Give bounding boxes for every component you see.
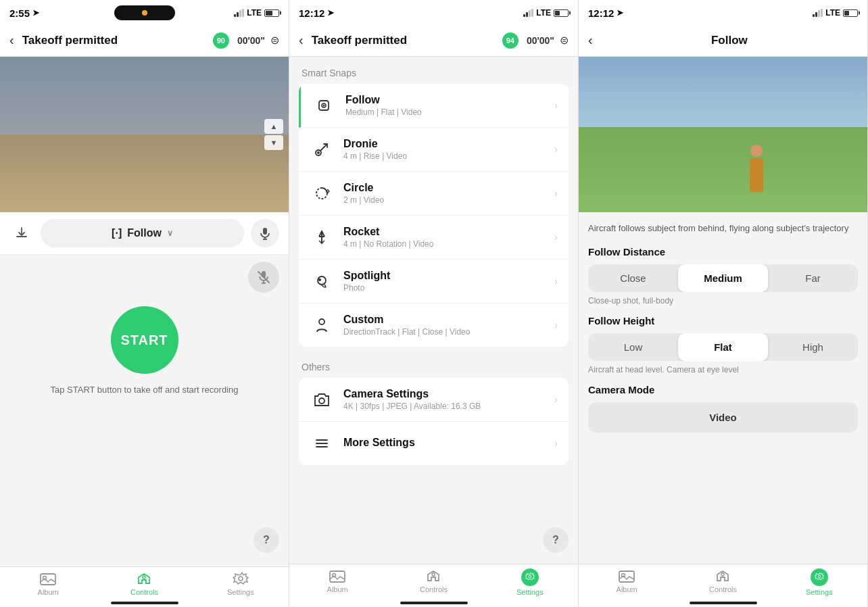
voice-button[interactable] — [251, 219, 279, 247]
height-flat[interactable]: Flat — [678, 333, 768, 361]
controls-row-1: [·] Follow ∨ — [0, 212, 289, 255]
settings-glyph-3 — [814, 572, 825, 583]
tab-settings-1[interactable]: Settings — [193, 571, 289, 596]
menu-item-camera[interactable]: Camera Settings 4K | 30fps | JPEG | Avai… — [299, 378, 569, 422]
menu-item-more[interactable]: More Settings › — [299, 422, 569, 465]
rocket-sub: 4 m | No Rotation | Video — [343, 239, 545, 249]
tab-controls-1[interactable]: Controls — [96, 571, 192, 596]
height-low[interactable]: Low — [588, 333, 678, 361]
menu-item-spotlight[interactable]: Spotlight Photo › — [299, 260, 569, 304]
custom-title: Custom — [343, 314, 545, 326]
follow-height-title: Follow Height — [588, 315, 858, 326]
tab-album-label-1: Album — [38, 588, 59, 596]
mode-label: Follow — [127, 227, 162, 239]
voice-icon — [258, 226, 272, 240]
tab-bar-2: Album Controls Settings — [289, 564, 578, 607]
nav-bar-1: ‹ Takeoff permitted 90 00'00" ⊜ — [0, 24, 289, 57]
dronie-chevron: › — [554, 144, 558, 155]
scroll-arrows-1: ▲ ▼ — [264, 119, 283, 150]
smart-snaps-card: Follow Medium | Flat | Video › Dronie — [299, 84, 569, 347]
battery-2 — [554, 9, 569, 17]
spotlight-chevron: › — [554, 276, 558, 287]
svg-point-25 — [319, 398, 324, 404]
battery-3 — [843, 9, 858, 17]
start-button[interactable]: START — [111, 306, 178, 374]
menu-item-circle[interactable]: Circle 2 m | Video › — [299, 172, 569, 216]
follow-ground — [579, 127, 867, 213]
help-button-2[interactable]: ? — [543, 527, 569, 553]
lte-label-2: LTE — [536, 8, 551, 18]
section-label-smart-snaps: Smart Snaps — [289, 57, 578, 84]
dronie-sub: 4 m | Rise | Video — [343, 151, 545, 161]
svg-point-23 — [318, 278, 321, 281]
tab-controls-label-1: Controls — [130, 588, 158, 596]
pill-dot-1 — [142, 10, 147, 16]
dynamic-island-1 — [114, 5, 175, 20]
battery-1 — [264, 9, 279, 17]
controls-icon-1 — [135, 571, 153, 586]
tab-album-1[interactable]: Album — [0, 571, 96, 596]
subject-head — [750, 145, 763, 157]
follow-subject — [746, 145, 767, 199]
back-button-1[interactable]: ‹ — [9, 32, 14, 48]
tab-settings-2[interactable]: Settings — [482, 568, 578, 596]
more-text: More Settings — [343, 437, 545, 450]
back-button-2[interactable]: ‹ — [299, 32, 304, 48]
tab-settings-label-2: Settings — [516, 588, 544, 596]
tab-bar-1: Album Controls Settings — [0, 566, 289, 607]
tab-settings-3[interactable]: Settings — [771, 568, 867, 596]
tab-controls-label-2: Controls — [420, 585, 448, 593]
settings-icon-1 — [232, 571, 249, 586]
help-button-1[interactable]: ? — [254, 527, 279, 553]
gps-icon-3: ➤ — [617, 8, 623, 18]
camera-settings-icon — [310, 387, 334, 412]
svg-rect-0 — [263, 228, 267, 235]
signal-3 — [813, 9, 823, 17]
custom-chevron: › — [554, 320, 558, 331]
download-button[interactable] — [9, 221, 34, 245]
tab-controls-2[interactable]: Controls — [385, 568, 481, 596]
status-bar-2: 12:12 ➤ LTE — [289, 0, 578, 24]
tab-settings-label-3: Settings — [806, 588, 833, 596]
follow-description: Aircraft follows subject from behind, fl… — [588, 222, 858, 235]
menu-item-custom[interactable]: Custom DirectionTrack | Flat | Close | V… — [299, 304, 569, 347]
circle-sub: 2 m | Video — [343, 195, 545, 205]
menu-item-rocket[interactable]: Rocket 4 m | No Rotation | Video › — [299, 216, 569, 260]
distance-close[interactable]: Close — [588, 264, 678, 292]
battery-fill-3 — [844, 11, 849, 16]
album-icon-2 — [329, 568, 346, 583]
tab-album-2[interactable]: Album — [289, 568, 385, 596]
distance-far[interactable]: Far — [768, 264, 858, 292]
circle-title: Circle — [343, 182, 545, 194]
back-button-3[interactable]: ‹ — [588, 32, 593, 48]
signal-2 — [523, 9, 533, 17]
svg-point-31 — [432, 573, 435, 576]
distance-medium[interactable]: Medium — [678, 264, 768, 292]
mic-button[interactable] — [248, 262, 279, 293]
menu-item-dronie[interactable]: Dronie 4 m | Rise | Video › — [299, 128, 569, 172]
album-icon-1 — [39, 571, 57, 586]
rocket-chevron: › — [554, 232, 558, 243]
scroll-up-btn[interactable]: ▲ — [264, 119, 283, 134]
more-settings-icon — [310, 431, 334, 456]
mode-chevron-icon: ∨ — [167, 228, 173, 238]
panel-2: 12:12 ➤ LTE ‹ Takeoff permitted 94 00'00… — [289, 0, 579, 607]
time-2: 12:12 — [299, 7, 324, 19]
tab-controls-3[interactable]: Controls — [675, 568, 771, 596]
tab-album-3[interactable]: Album — [579, 568, 675, 596]
camera-mode-value[interactable]: Video — [588, 402, 858, 433]
scroll-down-btn[interactable]: ▼ — [264, 135, 283, 150]
start-area: START Tap START button to take off and s… — [0, 293, 289, 607]
follow-distance-title: Follow Distance — [588, 246, 858, 258]
follow-sky — [579, 57, 867, 135]
follow-chevron: › — [554, 100, 558, 111]
svg-rect-29 — [330, 571, 345, 582]
camera-feed-1: ▲ ▼ — [0, 57, 289, 212]
height-high[interactable]: High — [768, 333, 858, 361]
circle-chevron: › — [554, 188, 558, 199]
menu-item-follow[interactable]: Follow Medium | Flat | Video › — [299, 84, 569, 128]
custom-text: Custom DirectionTrack | Flat | Close | V… — [343, 314, 545, 337]
settings-glyph-2 — [525, 572, 535, 583]
mode-selector[interactable]: [·] Follow ∨ — [41, 219, 244, 247]
status-bar-1: 2:55 ➤ LTE — [0, 0, 289, 24]
